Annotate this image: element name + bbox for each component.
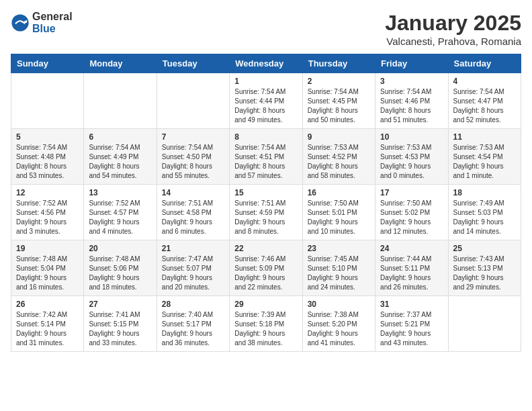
calendar-cell: 20Sunrise: 7:48 AM Sunset: 5:06 PM Dayli… [84,240,157,296]
day-info: Sunrise: 7:39 AM Sunset: 5:18 PM Dayligh… [234,310,297,348]
day-info: Sunrise: 7:50 AM Sunset: 5:02 PM Dayligh… [380,199,443,236]
logo-general: General [32,11,73,23]
day-info: Sunrise: 7:54 AM Sunset: 4:46 PM Dayligh… [380,87,443,125]
calendar-cell: 26Sunrise: 7:42 AM Sunset: 5:14 PM Dayli… [11,296,84,352]
day-info: Sunrise: 7:50 AM Sunset: 5:01 PM Dayligh… [308,199,370,236]
calendar-cell: 3Sunrise: 7:54 AM Sunset: 4:46 PM Daylig… [375,73,448,129]
calendar-cell: 15Sunrise: 7:51 AM Sunset: 4:59 PM Dayli… [230,185,302,240]
calendar-week-row: 19Sunrise: 7:48 AM Sunset: 5:04 PM Dayli… [11,240,521,296]
day-number: 13 [89,188,151,197]
day-number: 7 [162,132,224,142]
day-number: 15 [234,188,297,197]
day-info: Sunrise: 7:53 AM Sunset: 4:52 PM Dayligh… [308,143,370,181]
calendar-cell: 21Sunrise: 7:47 AM Sunset: 5:07 PM Dayli… [157,240,229,296]
calendar-cell: 19Sunrise: 7:48 AM Sunset: 5:04 PM Dayli… [11,240,84,296]
day-number: 5 [16,132,79,142]
day-number: 25 [453,244,516,253]
calendar-cell: 22Sunrise: 7:46 AM Sunset: 5:09 PM Dayli… [230,240,302,296]
day-number: 8 [234,132,297,142]
day-info: Sunrise: 7:48 AM Sunset: 5:04 PM Dayligh… [16,255,79,292]
calendar-cell: 31Sunrise: 7:37 AM Sunset: 5:21 PM Dayli… [375,296,448,352]
page-header: General Blue January 2025 Valcanesti, Pr… [11,11,521,47]
weekday-header-row: SundayMondayTuesdayWednesdayThursdayFrid… [11,54,521,73]
calendar-cell: 29Sunrise: 7:39 AM Sunset: 5:18 PM Dayli… [230,296,302,352]
calendar-cell [448,296,521,352]
day-number: 6 [89,132,151,142]
day-info: Sunrise: 7:47 AM Sunset: 5:07 PM Dayligh… [162,255,224,292]
logo-icon [11,13,30,32]
day-number: 31 [380,300,443,309]
calendar-cell: 14Sunrise: 7:51 AM Sunset: 4:58 PM Dayli… [157,185,229,240]
calendar-cell: 16Sunrise: 7:50 AM Sunset: 5:01 PM Dayli… [302,185,375,240]
day-info: Sunrise: 7:54 AM Sunset: 4:48 PM Dayligh… [16,143,79,181]
calendar-cell: 1Sunrise: 7:54 AM Sunset: 4:44 PM Daylig… [230,73,302,129]
day-info: Sunrise: 7:53 AM Sunset: 4:54 PM Dayligh… [453,143,516,181]
weekday-header-tuesday: Tuesday [157,54,229,73]
weekday-header-friday: Friday [375,54,448,73]
day-info: Sunrise: 7:54 AM Sunset: 4:47 PM Dayligh… [453,87,516,125]
day-info: Sunrise: 7:51 AM Sunset: 4:59 PM Dayligh… [234,199,297,236]
calendar-cell: 2Sunrise: 7:54 AM Sunset: 4:45 PM Daylig… [302,73,375,129]
calendar-cell: 11Sunrise: 7:53 AM Sunset: 4:54 PM Dayli… [448,129,521,185]
day-info: Sunrise: 7:46 AM Sunset: 5:09 PM Dayligh… [234,255,297,292]
calendar-week-row: 26Sunrise: 7:42 AM Sunset: 5:14 PM Dayli… [11,296,521,352]
calendar-cell: 5Sunrise: 7:54 AM Sunset: 4:48 PM Daylig… [11,129,84,185]
calendar-cell: 28Sunrise: 7:40 AM Sunset: 5:17 PM Dayli… [157,296,229,352]
calendar-cell: 7Sunrise: 7:54 AM Sunset: 4:50 PM Daylig… [157,129,229,185]
day-number: 16 [308,188,370,197]
day-number: 3 [380,77,443,86]
logo-blue: Blue [32,23,73,35]
day-number: 24 [380,244,443,253]
day-info: Sunrise: 7:51 AM Sunset: 4:58 PM Dayligh… [162,199,224,236]
calendar-subtitle: Valcanesti, Prahova, Romania [385,36,521,47]
day-number: 21 [162,244,224,253]
calendar-week-row: 1Sunrise: 7:54 AM Sunset: 4:44 PM Daylig… [11,73,521,129]
day-info: Sunrise: 7:54 AM Sunset: 4:45 PM Dayligh… [308,87,370,125]
day-number: 20 [89,244,151,253]
day-info: Sunrise: 7:54 AM Sunset: 4:50 PM Dayligh… [162,143,224,181]
day-info: Sunrise: 7:40 AM Sunset: 5:17 PM Dayligh… [162,310,224,348]
calendar-cell: 10Sunrise: 7:53 AM Sunset: 4:53 PM Dayli… [375,129,448,185]
weekday-header-sunday: Sunday [11,54,84,73]
calendar-cell: 13Sunrise: 7:52 AM Sunset: 4:57 PM Dayli… [84,185,157,240]
calendar-week-row: 12Sunrise: 7:52 AM Sunset: 4:56 PM Dayli… [11,185,521,240]
day-number: 26 [16,300,79,309]
weekday-header-thursday: Thursday [302,54,375,73]
calendar-title: January 2025 [385,11,521,36]
day-info: Sunrise: 7:45 AM Sunset: 5:10 PM Dayligh… [308,255,370,292]
calendar-table: SundayMondayTuesdayWednesdayThursdayFrid… [11,54,521,352]
day-info: Sunrise: 7:54 AM Sunset: 4:51 PM Dayligh… [234,143,297,181]
day-number: 22 [234,244,297,253]
calendar-cell: 30Sunrise: 7:38 AM Sunset: 5:20 PM Dayli… [302,296,375,352]
day-number: 11 [453,132,516,142]
calendar-cell: 8Sunrise: 7:54 AM Sunset: 4:51 PM Daylig… [230,129,302,185]
weekday-header-wednesday: Wednesday [230,54,302,73]
calendar-cell: 24Sunrise: 7:44 AM Sunset: 5:11 PM Dayli… [375,240,448,296]
day-info: Sunrise: 7:52 AM Sunset: 4:56 PM Dayligh… [16,199,79,236]
calendar-cell: 25Sunrise: 7:43 AM Sunset: 5:13 PM Dayli… [448,240,521,296]
calendar-cell: 18Sunrise: 7:49 AM Sunset: 5:03 PM Dayli… [448,185,521,240]
day-number: 28 [162,300,224,309]
day-number: 18 [453,188,516,197]
weekday-header-monday: Monday [84,54,157,73]
day-number: 14 [162,188,224,197]
calendar-cell: 12Sunrise: 7:52 AM Sunset: 4:56 PM Dayli… [11,185,84,240]
day-info: Sunrise: 7:37 AM Sunset: 5:21 PM Dayligh… [380,310,443,348]
day-number: 30 [308,300,370,309]
day-info: Sunrise: 7:48 AM Sunset: 5:06 PM Dayligh… [89,255,151,292]
day-info: Sunrise: 7:49 AM Sunset: 5:03 PM Dayligh… [453,199,516,236]
calendar-cell: 27Sunrise: 7:41 AM Sunset: 5:15 PM Dayli… [84,296,157,352]
day-number: 19 [16,244,79,253]
calendar-cell: 4Sunrise: 7:54 AM Sunset: 4:47 PM Daylig… [448,73,521,129]
title-block: January 2025 Valcanesti, Prahova, Romani… [385,11,521,47]
day-info: Sunrise: 7:38 AM Sunset: 5:20 PM Dayligh… [308,310,370,348]
day-number: 27 [89,300,151,309]
day-number: 2 [308,77,370,86]
logo-text: General Blue [32,11,73,34]
day-info: Sunrise: 7:54 AM Sunset: 4:44 PM Dayligh… [234,87,297,125]
day-number: 12 [16,188,79,197]
day-number: 9 [308,132,370,142]
calendar-cell: 9Sunrise: 7:53 AM Sunset: 4:52 PM Daylig… [302,129,375,185]
calendar-cell [84,73,157,129]
day-info: Sunrise: 7:42 AM Sunset: 5:14 PM Dayligh… [16,310,79,348]
